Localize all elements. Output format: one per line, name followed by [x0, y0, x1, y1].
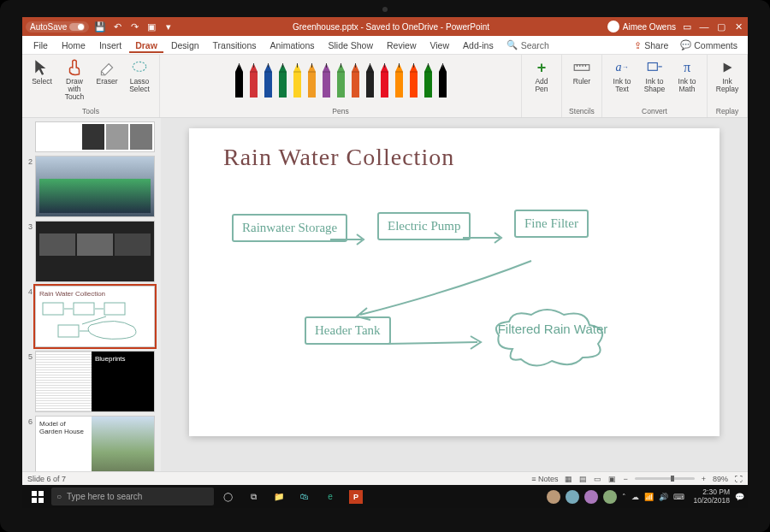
- taskbar-edge-icon[interactable]: e: [318, 485, 342, 508]
- search-placeholder: Type here to search: [67, 492, 142, 501]
- ribbon: Select Draw with Touch Eraser Lasso Sele…: [22, 55, 748, 118]
- pen-swatch[interactable]: [275, 60, 290, 98]
- tab-home[interactable]: Home: [56, 38, 92, 53]
- tab-addins[interactable]: Add-ins: [457, 38, 500, 53]
- box-pump: Electric Pump: [377, 212, 471, 240]
- fit-to-window-icon[interactable]: ⛶: [735, 475, 743, 483]
- taskbar-powerpoint-icon[interactable]: P: [344, 485, 368, 508]
- tray-chevron-icon[interactable]: ˄: [622, 493, 626, 501]
- zoom-out-icon[interactable]: −: [623, 475, 627, 483]
- thumbnail-5[interactable]: Blueprints: [35, 351, 155, 412]
- redo-icon[interactable]: ↷: [128, 21, 140, 33]
- add-pen-button[interactable]: + Add Pen: [527, 58, 556, 93]
- taskbar-store-icon[interactable]: 🛍: [293, 485, 317, 508]
- group-label-stencils: Stencils: [569, 107, 595, 115]
- taskbar-explorer-icon[interactable]: 📁: [267, 485, 291, 508]
- arrow-icon: [459, 229, 510, 246]
- people-avatar-icon[interactable]: [547, 490, 560, 504]
- ribbon-options-icon[interactable]: ▭: [681, 21, 693, 33]
- thumbnail-1[interactable]: [35, 121, 155, 152]
- thumbnail-4[interactable]: Rain Water Collection: [35, 286, 155, 347]
- slide-thumbnails[interactable]: 2 3 4Rain Water Collection 5Blueprints 6…: [22, 118, 161, 471]
- people-avatar-icon[interactable]: [603, 490, 617, 504]
- notes-button[interactable]: ≡ Notes: [531, 475, 558, 483]
- autosave-toggle[interactable]: AutoSave: [26, 21, 89, 33]
- pen-swatch[interactable]: [232, 60, 246, 98]
- present-icon[interactable]: ▣: [145, 21, 157, 33]
- zoom-in-icon[interactable]: +: [702, 475, 706, 483]
- title-bar: AutoSave 💾 ↶ ↷ ▣ ▾ Greenhouse.pptx - Sav…: [22, 17, 748, 36]
- close-icon[interactable]: ✕: [732, 21, 744, 33]
- eraser-tool[interactable]: Eraser: [92, 58, 121, 86]
- start-button[interactable]: [26, 485, 50, 508]
- draw-with-touch[interactable]: Draw with Touch: [60, 58, 89, 101]
- slide-canvas[interactable]: Rain Water Collection Rainwater Storage …: [189, 128, 720, 436]
- thumbnail-6[interactable]: Model of Garden House: [35, 416, 155, 471]
- ink-to-text[interactable]: a→ Ink to Text: [607, 58, 637, 93]
- ruler-icon: [572, 58, 591, 77]
- zoom-slider[interactable]: [635, 477, 695, 480]
- pen-swatch[interactable]: [435, 60, 450, 98]
- customize-qat-icon[interactable]: ▾: [163, 21, 175, 33]
- ink-replay[interactable]: Ink Replay: [713, 58, 742, 93]
- ribbon-group-addpen: + Add Pen: [522, 55, 562, 117]
- cortana-icon[interactable]: ◯: [216, 485, 240, 508]
- task-view-icon[interactable]: ⧉: [241, 485, 265, 508]
- pen-swatch[interactable]: [406, 60, 421, 98]
- pen-swatch[interactable]: [246, 60, 261, 98]
- tab-draw[interactable]: Draw: [129, 38, 163, 53]
- taskbar-clock[interactable]: 2:30 PM 10/20/2018: [693, 488, 730, 505]
- view-normal-icon[interactable]: ▦: [565, 475, 572, 483]
- thumbnail-3[interactable]: [35, 221, 155, 282]
- tab-slideshow[interactable]: Slide Show: [323, 38, 380, 53]
- thumbnail-2[interactable]: [35, 156, 155, 217]
- volume-icon[interactable]: 🔊: [659, 493, 668, 501]
- pen-swatch[interactable]: [377, 60, 392, 98]
- action-center-icon[interactable]: 💬: [735, 493, 744, 501]
- toggle-switch-icon: [69, 23, 85, 31]
- comments-button[interactable]: 💬 Comments: [675, 37, 743, 53]
- save-icon[interactable]: 💾: [94, 21, 106, 33]
- pen-swatch[interactable]: [319, 60, 334, 98]
- input-icon[interactable]: ⌨: [673, 493, 684, 501]
- taskbar-search[interactable]: ○ Type here to search: [51, 488, 214, 505]
- slide-title-handwriting: Rain Water Collection: [223, 144, 454, 171]
- status-bar: Slide 6 of 7 ≡ Notes ▦ ▤ ▭ ▣ − + 89% ⛶: [22, 471, 748, 485]
- pen-swatch[interactable]: [421, 60, 435, 98]
- tab-design[interactable]: Design: [165, 38, 205, 53]
- tab-transitions[interactable]: Transitions: [207, 38, 263, 53]
- pen-swatch[interactable]: [334, 60, 348, 98]
- view-slideshow-icon[interactable]: ▣: [608, 475, 616, 483]
- tab-file[interactable]: File: [27, 38, 54, 53]
- pen-swatch[interactable]: [261, 60, 275, 98]
- ruler-button[interactable]: Ruler: [567, 58, 596, 86]
- tab-review[interactable]: Review: [381, 38, 422, 53]
- onedrive-icon[interactable]: ☁: [631, 493, 639, 501]
- tell-me-search[interactable]: 🔍 Search: [506, 39, 549, 50]
- view-reading-icon[interactable]: ▭: [594, 475, 601, 483]
- group-label-replay: Replay: [716, 107, 738, 115]
- ink-to-math[interactable]: π Ink to Math: [672, 58, 702, 93]
- pen-swatch[interactable]: [290, 60, 305, 98]
- wifi-icon[interactable]: 📶: [644, 493, 654, 501]
- undo-icon[interactable]: ↶: [111, 21, 123, 33]
- slide-canvas-area[interactable]: Rain Water Collection Rainwater Storage …: [161, 118, 748, 471]
- tab-view[interactable]: View: [424, 38, 455, 53]
- tab-animations[interactable]: Animations: [264, 38, 321, 53]
- share-button[interactable]: ⇪ Share: [629, 38, 673, 53]
- svg-rect-6: [58, 325, 79, 337]
- view-sorter-icon[interactable]: ▤: [579, 475, 587, 483]
- account-button[interactable]: Aimee Owens: [607, 21, 676, 33]
- pen-swatch[interactable]: [348, 60, 363, 98]
- pen-swatch[interactable]: [305, 60, 319, 98]
- maximize-icon[interactable]: ▢: [715, 21, 727, 33]
- people-avatar-icon[interactable]: [566, 490, 579, 504]
- lasso-select[interactable]: Lasso Select: [125, 58, 154, 93]
- select-tool[interactable]: Select: [27, 58, 56, 86]
- people-avatar-icon[interactable]: [584, 490, 598, 504]
- ink-to-shape[interactable]: Ink to Shape: [640, 58, 669, 93]
- tab-insert[interactable]: Insert: [93, 38, 127, 53]
- pen-swatch[interactable]: [363, 60, 377, 98]
- pen-swatch[interactable]: [392, 60, 406, 98]
- minimize-icon[interactable]: —: [698, 21, 710, 33]
